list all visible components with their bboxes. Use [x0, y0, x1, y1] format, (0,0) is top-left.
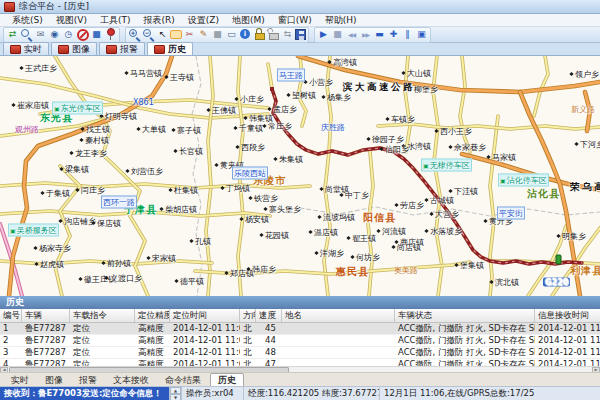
- column-header[interactable]: 定位时间: [170, 309, 240, 322]
- rewind-icon[interactable]: ◀◀: [345, 28, 358, 41]
- table-cell: ACC撤防, 门撤防 打火, SD卡存在 SD卡异...: [395, 347, 535, 358]
- menu-item[interactable]: 地图(M): [226, 14, 271, 27]
- table-cell: 2014-12-01 11:02:...: [170, 359, 240, 366]
- btab-image[interactable]: 图像: [38, 374, 70, 386]
- save-icon[interactable]: [295, 29, 306, 40]
- pan-icon[interactable]: ✚: [387, 28, 400, 41]
- globe-icon[interactable]: ◉: [48, 28, 61, 41]
- zoom-in-icon[interactable]: +: [128, 28, 141, 41]
- table-cell: 鲁E77287: [22, 347, 70, 358]
- menu-item[interactable]: 设置(Z): [182, 14, 225, 27]
- table-cell: 2014-12-01 11:03:...: [535, 335, 600, 346]
- status-operator: 操作员:xr04: [182, 387, 244, 400]
- status-datetime: 12月1日 11:06,在线/GPRS总数:17/25: [380, 387, 600, 400]
- menu-item[interactable]: 工具(T): [94, 14, 137, 27]
- tab-realtime[interactable]: 实时: [3, 42, 49, 55]
- table-cell: 高精度: [135, 347, 170, 358]
- table-cell: 鲁E77287: [22, 335, 70, 346]
- search-icon[interactable]: [20, 28, 33, 41]
- menu-item[interactable]: 帮助(H): [319, 14, 363, 27]
- table-header-row: 编号车辆车载指令定位精度定位时间方向速度地名车辆状态信息接收时间: [0, 309, 600, 323]
- unlock-icon[interactable]: [267, 28, 280, 41]
- menu-item[interactable]: 视图(V): [50, 14, 93, 27]
- table-row[interactable]: 4鲁E77287定位高精度2014-12-01 11:02:...北47ACC撤…: [0, 359, 600, 366]
- pause-icon[interactable]: ‖: [401, 28, 414, 41]
- table-cell: 鲁E77287: [22, 359, 70, 366]
- select-rect-icon[interactable]: ▭: [225, 28, 238, 41]
- history-table: 编号车辆车载指令定位精度定位时间方向速度地名车辆状态信息接收时间 1鲁E7728…: [0, 309, 600, 366]
- spinner-down-icon[interactable]: ▼: [170, 394, 181, 400]
- btab-alarm[interactable]: 报警: [72, 374, 104, 386]
- table-cell: [282, 347, 395, 358]
- pointer-icon[interactable]: ↖: [156, 28, 169, 41]
- lock-icon[interactable]: [253, 28, 266, 41]
- toolbar-group: ⇄✉◉◷■: [3, 27, 120, 43]
- forbid-icon[interactable]: [76, 28, 89, 41]
- zoom-out-icon[interactable]: −: [142, 28, 155, 41]
- menu-item[interactable]: 系统(S): [6, 14, 49, 27]
- column-header[interactable]: 车辆状态: [395, 309, 535, 322]
- monitor-icon[interactable]: ■: [90, 28, 103, 41]
- table-row[interactable]: 3鲁E77287定位高精度2014-12-01 11:02:...北48ACC撤…: [0, 347, 600, 359]
- btab-history[interactable]: 历史: [210, 373, 244, 387]
- vehicle-marker[interactable]: [556, 255, 561, 264]
- table-row[interactable]: 1鲁E77287定位高精度2014-12-01 11:03:...北45ACC撤…: [0, 323, 600, 335]
- play-icon[interactable]: ▶: [317, 28, 330, 41]
- cut-icon[interactable]: ✂: [183, 28, 196, 41]
- btab-realtime[interactable]: 实时: [4, 374, 36, 386]
- zoom-out-icon-mod: −: [145, 30, 150, 36]
- status-coordinates: 经度:116.421205 纬度:37.677278: [244, 387, 380, 400]
- table-cell: [282, 335, 395, 346]
- speed-down-icon[interactable]: ▬: [373, 28, 386, 41]
- column-header[interactable]: 车辆: [22, 309, 70, 322]
- column-header[interactable]: 速度: [256, 309, 282, 322]
- pin-icon[interactable]: [104, 28, 117, 41]
- workspace-tabs: 实时图像报警历史: [0, 43, 600, 56]
- stop-icon[interactable]: ■: [331, 28, 344, 41]
- photo-mode-icon[interactable]: [170, 30, 182, 39]
- layer-icon[interactable]: ■: [211, 28, 224, 41]
- table-row[interactable]: 2鲁E77287定位高精度2014-12-01 11:03:...北44ACC撤…: [0, 335, 600, 347]
- road-orange: [298, 56, 600, 92]
- forward-icon[interactable]: ▶▶: [359, 28, 372, 41]
- tab-alarm[interactable]: 报警: [99, 42, 145, 55]
- status-message: 接收到：鲁E77003发送:定位命令信息！: [0, 387, 170, 400]
- map-canvas[interactable]: 王武庄乡马马营镇王寺镇崔家庙镇灯明寺镇找王镇大单镇寨子镇高湾镇小营乡望树镇杨集乡…: [0, 56, 600, 296]
- table-cell: 北: [240, 323, 256, 334]
- menu-item[interactable]: 窗口(W): [272, 14, 318, 27]
- info-icon[interactable]: [239, 28, 252, 41]
- truck-icon: [154, 45, 165, 54]
- table-cell: ACC撤防, 门撤防 打火, SD卡存在 SD卡异...: [395, 335, 535, 346]
- btab-command-result[interactable]: 命令结果: [158, 374, 208, 386]
- table-cell: ACC撤防, 门撤防 打火, SD卡存在 SD卡异...: [395, 323, 535, 334]
- table-cell: 北: [240, 347, 256, 358]
- tab-history[interactable]: 历史: [147, 42, 193, 55]
- menu-item[interactable]: 报表(R): [137, 14, 180, 27]
- table-cell: 2014-12-01 11:02:...: [535, 359, 600, 366]
- table-cell: ACC撤防, 门撤防 打火, SD卡存在 SD卡异...: [395, 359, 535, 366]
- column-header[interactable]: 定位精度: [135, 309, 170, 322]
- window-icon[interactable]: ▣: [415, 28, 428, 41]
- measure-icon[interactable]: ✎: [197, 28, 210, 41]
- column-header[interactable]: 信息接收时间: [535, 309, 600, 322]
- spinner-up-icon[interactable]: ▲: [170, 387, 181, 394]
- window-title: 综合平台 - [历史]: [19, 0, 89, 13]
- column-header[interactable]: 车载指令: [70, 309, 135, 322]
- tab-image[interactable]: 图像: [51, 42, 97, 55]
- table-cell: 鲁E77287: [22, 323, 70, 334]
- link-icon[interactable]: ⇆: [281, 28, 294, 41]
- btab-text-receive[interactable]: 文本接收: [106, 374, 156, 386]
- clock-icon[interactable]: ◷: [62, 28, 75, 41]
- column-header[interactable]: 编号: [0, 309, 22, 322]
- table-cell: 44: [256, 335, 282, 346]
- table-cell: 定位: [70, 335, 135, 346]
- truck-icon: [106, 45, 117, 54]
- column-header[interactable]: 地名: [282, 309, 395, 322]
- sync-icon[interactable]: ⇄: [6, 28, 19, 41]
- history-panel-header: 历史: [0, 296, 600, 309]
- mail-icon[interactable]: ✉: [34, 28, 47, 41]
- column-header[interactable]: 方向: [240, 309, 256, 322]
- table-cell: 定位: [70, 347, 135, 358]
- road-yellow: [0, 78, 268, 118]
- table-cell: 2: [0, 335, 22, 346]
